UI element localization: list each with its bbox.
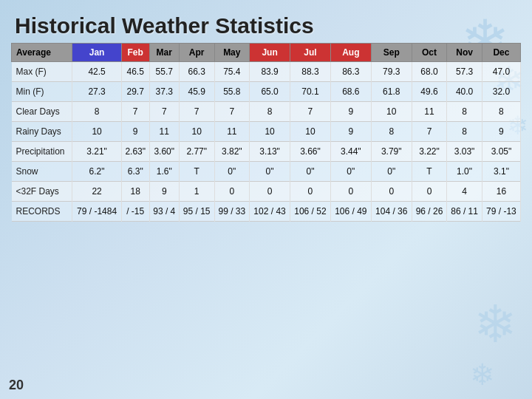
cell-5-10: 1.0": [447, 162, 482, 182]
cell-3-7: 9: [330, 122, 371, 142]
cell-4-3: 2.77": [179, 142, 214, 162]
cell-4-5: 3.13": [250, 142, 290, 162]
table-body: Max (F)42.546.555.766.375.483.988.386.37…: [12, 62, 521, 222]
header-row: Average JanFebMarAprMayJunJulAugSepOctNo…: [12, 44, 521, 62]
cell-1-2: 37.3: [149, 82, 179, 102]
cell-3-3: 10: [179, 122, 214, 142]
cell-0-4: 75.4: [214, 62, 250, 82]
cell-3-2: 11: [149, 122, 179, 142]
header-month-feb: Feb: [121, 44, 149, 62]
cell-5-1: 6.3": [121, 162, 149, 182]
cell-6-11: 16: [482, 182, 520, 202]
cell-6-1: 18: [121, 182, 149, 202]
cell-3-1: 9: [121, 122, 149, 142]
row-label: Snow: [12, 162, 72, 182]
cell-0-1: 46.5: [121, 62, 149, 82]
cell-3-4: 11: [214, 122, 250, 142]
cell-3-10: 8: [447, 122, 482, 142]
cell-4-9: 3.22": [412, 142, 447, 162]
table-row: Snow6.2"6.3"1.6"T0"0"0"0"0"T1.0"3.1": [12, 162, 521, 182]
table-row: Min (F)27.329.737.345.955.865.070.168.66…: [12, 82, 521, 102]
cell-5-11: 3.1": [482, 162, 520, 182]
row-label: Min (F): [12, 82, 72, 102]
header-month-dec: Dec: [482, 44, 520, 62]
cell-5-9: T: [412, 162, 447, 182]
cell-6-0: 22: [72, 182, 122, 202]
cell-6-3: 1: [179, 182, 214, 202]
cell-3-11: 9: [482, 122, 520, 142]
cell-1-4: 55.8: [214, 82, 250, 102]
cell-2-11: 8: [482, 102, 520, 122]
cell-4-10: 3.03": [447, 142, 482, 162]
table-header: Average JanFebMarAprMayJunJulAugSepOctNo…: [12, 44, 521, 62]
cell-5-0: 6.2": [72, 162, 122, 182]
cell-1-7: 68.6: [330, 82, 371, 102]
cell-3-6: 10: [290, 122, 331, 142]
cell-6-5: 0: [250, 182, 290, 202]
cell-4-8: 3.79": [371, 142, 412, 162]
cell-1-1: 29.7: [121, 82, 149, 102]
cell-3-8: 8: [371, 122, 412, 142]
cell-7-9: 96 / 26: [412, 202, 447, 222]
table-row: Precipitation3.21"2.63"3.60"2.77"3.82"3.…: [12, 142, 521, 162]
cell-3-9: 7: [412, 122, 447, 142]
cell-7-4: 99 / 33: [214, 202, 250, 222]
cell-6-8: 0: [371, 182, 412, 202]
cell-4-7: 3.44": [330, 142, 371, 162]
cell-4-4: 3.82": [214, 142, 250, 162]
cell-0-5: 83.9: [250, 62, 290, 82]
cell-2-10: 8: [447, 102, 482, 122]
table-row: Clear Days87777879101188: [12, 102, 521, 122]
cell-7-8: 104 / 36: [371, 202, 412, 222]
cell-6-4: 0: [214, 182, 250, 202]
cell-5-2: 1.6": [149, 162, 179, 182]
table-row: RECORDS79 / -1484/ -1593 / 495 / 1599 / …: [12, 202, 521, 222]
cell-7-11: 79 / -13: [482, 202, 520, 222]
cell-2-8: 10: [371, 102, 412, 122]
cell-4-1: 2.63": [121, 142, 149, 162]
cell-1-11: 32.0: [482, 82, 520, 102]
row-label: Max (F): [12, 62, 72, 82]
main-container: Historical Weather Statistics Average Ja…: [7, 7, 525, 392]
table-row: Max (F)42.546.555.766.375.483.988.386.37…: [12, 62, 521, 82]
header-month-jun: Jun: [250, 44, 290, 62]
table-wrapper: Average JanFebMarAprMayJunJulAugSepOctNo…: [7, 43, 525, 392]
cell-0-6: 88.3: [290, 62, 331, 82]
cell-5-7: 0": [330, 162, 371, 182]
cell-0-2: 55.7: [149, 62, 179, 82]
cell-4-0: 3.21": [72, 142, 122, 162]
cell-1-3: 45.9: [179, 82, 214, 102]
cell-7-1: / -15: [121, 202, 149, 222]
cell-1-6: 70.1: [290, 82, 331, 102]
cell-6-7: 0: [330, 182, 371, 202]
cell-0-9: 68.0: [412, 62, 447, 82]
cell-2-6: 7: [290, 102, 331, 122]
cell-7-7: 106 / 49: [330, 202, 371, 222]
cell-7-2: 93 / 4: [149, 202, 179, 222]
header-month-jul: Jul: [290, 44, 331, 62]
cell-6-6: 0: [290, 182, 331, 202]
cell-1-8: 61.8: [371, 82, 412, 102]
row-label: Rainy Days: [12, 122, 72, 142]
cell-4-6: 3.66": [290, 142, 331, 162]
cell-5-8: 0": [371, 162, 412, 182]
cell-7-5: 102 / 43: [250, 202, 290, 222]
cell-4-2: 3.60": [149, 142, 179, 162]
cell-2-4: 7: [214, 102, 250, 122]
cell-1-10: 40.0: [447, 82, 482, 102]
cell-0-11: 47.0: [482, 62, 520, 82]
cell-6-10: 4: [447, 182, 482, 202]
cell-1-5: 65.0: [250, 82, 290, 102]
header-month-nov: Nov: [447, 44, 482, 62]
header-month-mar: Mar: [149, 44, 179, 62]
cell-7-6: 106 / 52: [290, 202, 331, 222]
header-month-may: May: [214, 44, 250, 62]
cell-0-3: 66.3: [179, 62, 214, 82]
cell-2-0: 8: [72, 102, 122, 122]
row-label: <32F Days: [12, 182, 72, 202]
header-average-label: Average: [12, 44, 72, 62]
header-month-sep: Sep: [371, 44, 412, 62]
header-month-apr: Apr: [179, 44, 214, 62]
cell-1-9: 49.6: [412, 82, 447, 102]
table-row: Rainy Days109111011101098789: [12, 122, 521, 142]
